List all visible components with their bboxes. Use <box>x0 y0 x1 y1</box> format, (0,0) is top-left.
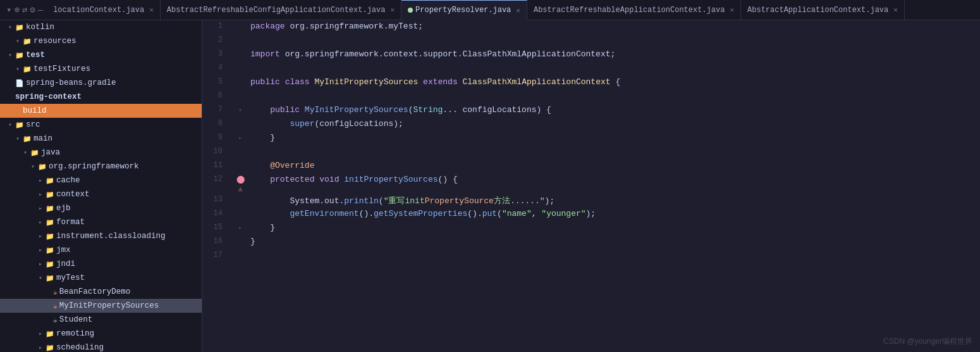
tree-item-remoting[interactable]: ▸ 📁 remoting <box>0 327 202 341</box>
code-line-13: 13 System.out.println("重写initPropertySou… <box>202 194 980 208</box>
breakpoint-icon[interactable]: ⬤ <box>236 175 245 184</box>
tree-item-scheduling[interactable]: ▸ 📁 scheduling <box>0 341 202 352</box>
fold-icon[interactable]: ▾ <box>238 107 242 114</box>
separator: — <box>38 5 43 15</box>
line-gutter <box>233 20 248 34</box>
tree-item-instrument[interactable]: ▸ 📁 instrument.classloading <box>0 229 202 243</box>
tree-label: jndi <box>56 260 202 268</box>
java-file-icon: ☕ <box>53 316 58 324</box>
tree-item-java[interactable]: ▾ 📁 java <box>0 146 202 160</box>
line-gutter <box>233 76 248 90</box>
tab-close-icon[interactable]: ✕ <box>390 6 395 14</box>
tree-item-student[interactable]: ☕ Student <box>0 313 202 327</box>
line-code[interactable]: super(configLocations); <box>248 118 980 132</box>
tree-item-jndi[interactable]: ▸ 📁 jndi <box>0 257 202 271</box>
code-line-9: 9 ▸ } <box>202 132 980 146</box>
fold-icon[interactable]: ▸ <box>238 225 242 232</box>
line-code[interactable]: package org.springframework.myTest; <box>248 20 980 34</box>
tree-label: context <box>56 190 202 199</box>
tree-item-testfixtures[interactable]: ▾ 📁 testFixtures <box>0 62 202 76</box>
tree-label: java <box>41 148 202 157</box>
tree-item-src[interactable]: ▾ 📁 src <box>0 118 202 132</box>
tab-locationcontext[interactable]: locationContext.java ✕ <box>47 0 161 20</box>
code-editor[interactable]: 1 package org.springframework.myTest; 2 … <box>202 20 980 352</box>
tree-item-spring-beans-gradle[interactable]: 📄 spring-beans.gradle <box>0 76 202 90</box>
gradle-file-icon: 📄 <box>15 79 24 87</box>
tree-item-cache[interactable]: ▸ 📁 cache <box>0 173 202 187</box>
tree-item-mytest[interactable]: ▾ 📁 myTest <box>0 271 202 285</box>
folder-icon: 📁 <box>15 121 24 129</box>
tab-close-icon[interactable]: ✕ <box>893 6 898 14</box>
arrow-icon: ▾ <box>15 65 21 73</box>
tree-item-myinitpropertysources[interactable]: ☕ MyInitPropertySources <box>0 299 202 313</box>
tab-abstractapplication[interactable]: AbstractApplicationContext.java ✕ <box>741 0 905 20</box>
arrow-icon: ▾ <box>37 274 44 282</box>
tree-label: ejb <box>56 204 202 213</box>
tree-item-kotlin[interactable]: ▾ 📁 kotlin <box>0 20 202 34</box>
arrow-icon: ▸ <box>37 191 44 198</box>
line-code[interactable]: } <box>248 132 980 146</box>
tab-propertyresolver[interactable]: PropertyResolver.java ✕ <box>401 0 527 20</box>
tree-label: resources <box>34 37 202 46</box>
tree-item-resources[interactable]: ▾ 📁 resources <box>0 34 202 48</box>
line-gutter: ▾ <box>233 104 248 118</box>
line-number: 3 <box>202 48 233 62</box>
tree-item-org-springframework[interactable]: ▾ 📁 org.springframework <box>0 160 202 173</box>
line-gutter <box>233 146 248 160</box>
line-code[interactable] <box>248 34 980 48</box>
fold-icon[interactable]: ▸ <box>238 135 242 142</box>
tree-label: remoting <box>56 329 202 338</box>
menu-icon[interactable]: ▾ <box>6 4 11 15</box>
tree-item-format[interactable]: ▸ 📁 format <box>0 215 202 229</box>
tree-item-jmx[interactable]: ▸ 📁 jmx <box>0 243 202 257</box>
line-code[interactable]: @Override <box>248 160 980 173</box>
tree-item-beanfactorydemo[interactable]: ☕ BeanFactoryDemo <box>0 285 202 299</box>
line-code[interactable]: public MyInitPropertySources(String... c… <box>248 104 980 118</box>
settings-icon[interactable]: ⚙ <box>30 4 35 15</box>
line-code[interactable]: getEnvironment().getSystemProperties().p… <box>248 208 980 222</box>
folder-icon: 📁 <box>46 218 54 227</box>
tab-close-icon[interactable]: ✕ <box>149 6 154 14</box>
line-code[interactable] <box>248 249 980 263</box>
line-gutter: ▸ <box>233 132 248 146</box>
line-code[interactable]: import org.springframework.context.suppo… <box>248 48 980 62</box>
line-code[interactable]: public class MyInitPropertySources exten… <box>248 76 980 90</box>
tab-abstractrefreshableconfig[interactable]: AbstractRefreshableConfigApplicationCont… <box>161 0 401 20</box>
code-line-11: 11 @Override <box>202 160 980 173</box>
arrow-icon: ▸ <box>37 344 44 351</box>
line-code[interactable] <box>248 146 980 160</box>
line-code[interactable]: } <box>248 222 980 236</box>
line-code[interactable]: System.out.println("重写initPropertySource… <box>248 194 980 208</box>
tree-item-main[interactable]: ▾ 📁 main <box>0 132 202 146</box>
folder-icon: 📁 <box>38 163 47 171</box>
line-code[interactable]: protected void initPropertySources() { <box>248 173 980 194</box>
tab-close-icon[interactable]: ✕ <box>730 6 734 14</box>
line-code[interactable] <box>248 90 980 104</box>
tab-label: AbstractRefreshableApplicationContext.ja… <box>534 6 725 15</box>
tree-item-build[interactable]: build <box>0 104 202 118</box>
line-number: 7 <box>202 104 233 118</box>
line-code[interactable] <box>248 62 980 76</box>
folder-icon: 📁 <box>15 51 24 60</box>
tree-item-context[interactable]: ▸ 📁 context <box>0 187 202 201</box>
line-gutter <box>233 194 248 208</box>
nav-split-icon[interactable]: ⇄ <box>22 4 27 15</box>
tree-item-ejb[interactable]: ▸ 📁 ejb <box>0 201 202 215</box>
tab-label: locationContext.java <box>53 6 144 15</box>
folder-icon: 📁 <box>46 204 54 213</box>
tree-label: spring-beans.gradle <box>26 79 202 87</box>
tree-label: myTest <box>56 273 202 282</box>
line-code[interactable]: } <box>248 236 980 249</box>
tree-item-test[interactable]: ▾ 📁 test <box>0 48 202 62</box>
tab-close-icon[interactable]: ✕ <box>516 6 520 15</box>
file-tree[interactable]: ▾ 📁 kotlin ▾ 📁 resources ▾ 📁 test ▾ 📁 te… <box>0 20 202 352</box>
line-gutter <box>233 34 248 48</box>
arrow-icon <box>15 108 21 115</box>
code-line-10: 10 <box>202 146 980 160</box>
tree-label: BeanFactoryDemo <box>59 287 202 296</box>
arrow-icon: ▾ <box>7 51 13 59</box>
tree-item-spring-context[interactable]: spring-context <box>0 90 202 104</box>
arrow-icon: ▸ <box>37 232 44 240</box>
tab-abstractrefreshableapp[interactable]: AbstractRefreshableApplicationContext.ja… <box>527 0 741 20</box>
nav-back-icon[interactable]: ⊕ <box>14 4 19 15</box>
